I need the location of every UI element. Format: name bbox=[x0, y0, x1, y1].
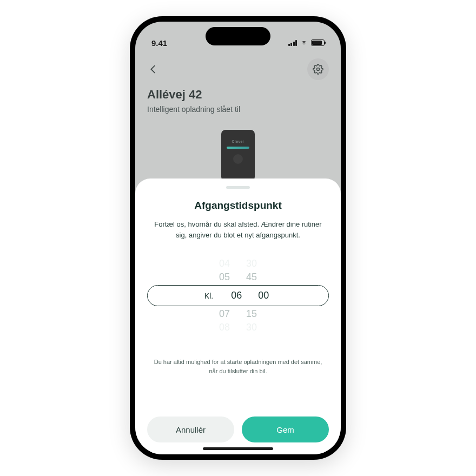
svg-point-0 bbox=[317, 68, 320, 71]
wifi-icon bbox=[300, 39, 308, 46]
picker-row[interactable]: 07 15 bbox=[147, 308, 329, 320]
time-picker[interactable]: 04 30 05 45 Kl. 06 00 07 15 08 bbox=[147, 251, 329, 340]
picker-row[interactable]: 04 30 bbox=[147, 258, 329, 269]
sheet-title: Afgangstidspunkt bbox=[147, 200, 329, 211]
signal-icon bbox=[288, 40, 298, 46]
back-icon[interactable] bbox=[147, 63, 159, 75]
save-button[interactable]: Gem bbox=[242, 416, 329, 442]
screen: 9.41 Allévej 42 Intelligent opladning sl… bbox=[135, 22, 341, 454]
kl-label: Kl. bbox=[204, 292, 213, 300]
battery-icon bbox=[311, 39, 325, 46]
sheet-description: Fortæl os, hvornår du skal afsted. Ændre… bbox=[153, 219, 323, 240]
home-indicator[interactable] bbox=[203, 447, 273, 450]
picker-row-selected[interactable]: Kl. 06 00 bbox=[147, 285, 329, 306]
gear-icon bbox=[313, 64, 323, 75]
picker-row[interactable]: 05 45 bbox=[147, 272, 329, 283]
page-title: Allévej 42 bbox=[135, 80, 341, 105]
settings-button[interactable] bbox=[307, 58, 329, 80]
page-subtitle: Intelligent opladning slået til bbox=[135, 105, 341, 114]
departure-time-sheet: Afgangstidspunkt Fortæl os, hvornår du s… bbox=[135, 178, 341, 454]
cancel-button[interactable]: Annullér bbox=[147, 416, 234, 442]
picker-row[interactable]: 08 30 bbox=[147, 322, 329, 333]
dynamic-island bbox=[206, 27, 270, 45]
button-row: Annullér Gem bbox=[147, 416, 329, 442]
status-time: 9.41 bbox=[151, 38, 167, 48]
sheet-hint: Du har altid mulighed for at starte opla… bbox=[153, 358, 323, 375]
charger-illustration: Clever bbox=[206, 130, 270, 181]
phone-frame: 9.41 Allévej 42 Intelligent opladning sl… bbox=[130, 16, 346, 460]
drag-handle[interactable] bbox=[226, 186, 250, 189]
